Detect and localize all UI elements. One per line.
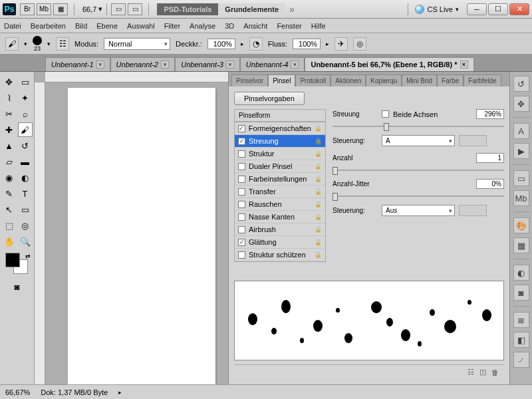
- zoom-level[interactable]: 66,7: [82, 5, 96, 13]
- close-icon[interactable]: ×: [226, 61, 234, 68]
- menu-datei[interactable]: Datei: [4, 22, 21, 30]
- lock-icon[interactable]: 🔒: [315, 226, 322, 233]
- shape-tool[interactable]: ▭: [18, 202, 33, 217]
- dock-folder-icon[interactable]: ▭: [513, 170, 529, 186]
- close-icon[interactable]: ×: [291, 61, 299, 68]
- checkbox[interactable]: [238, 251, 245, 259]
- lock-icon[interactable]: 🔒: [315, 176, 322, 182]
- brush-panel-toggle[interactable]: ☷: [56, 37, 69, 51]
- streuung-value[interactable]: 296%: [476, 109, 504, 119]
- workspace-chevron-icon[interactable]: »: [289, 4, 295, 15]
- swap-colors-icon[interactable]: ⇄: [25, 253, 31, 259]
- dock-adjust2-icon[interactable]: ◐: [513, 265, 529, 281]
- lock-icon[interactable]: 🔒: [315, 201, 322, 207]
- checkbox[interactable]: [238, 226, 245, 233]
- view-extras-button[interactable]: ▭: [111, 3, 126, 15]
- panel-tab-farbfelde[interactable]: Farbfelde: [464, 74, 501, 86]
- lock-icon[interactable]: 🔒: [315, 163, 322, 170]
- lock-icon[interactable]: 🔒: [315, 125, 322, 132]
- brush-option-item[interactable]: Farbeinstellungen🔒: [235, 173, 325, 186]
- lock-icon[interactable]: 🔒: [315, 138, 322, 144]
- brush-option-item[interactable]: Formeigenschaften🔒: [235, 122, 325, 135]
- color-swatches[interactable]: ⇄: [3, 253, 32, 278]
- wand-tool[interactable]: ✦: [18, 90, 33, 105]
- dock-swatches-icon[interactable]: 🎨: [513, 217, 529, 233]
- zoom-tool[interactable]: 🔍: [18, 234, 33, 249]
- doc-tab-active[interactable]: Unbenannt-5 bei 66,7% (Ebene 1, RGB/8) *…: [305, 57, 473, 71]
- panel-tab-kopierqu[interactable]: Kopierqu: [366, 74, 402, 86]
- menu-bearbeiten[interactable]: Bearbeiten: [31, 22, 66, 30]
- panel-tab-farbe[interactable]: Farbe: [437, 74, 464, 86]
- cslive-label[interactable]: CS Live: [427, 5, 453, 13]
- lock-icon[interactable]: 🔒: [315, 251, 322, 258]
- dock-adjustments-icon[interactable]: ✥: [513, 96, 529, 112]
- dock-paths-icon[interactable]: ⟋: [513, 352, 529, 368]
- screen-mode-button[interactable]: ▭: [128, 3, 142, 15]
- heal-tool[interactable]: ✚: [2, 122, 17, 137]
- grid-button[interactable]: ▦: [53, 3, 68, 15]
- modus-dropdown[interactable]: Normal: [104, 38, 170, 50]
- jitter-slider[interactable]: [332, 192, 504, 201]
- lock-icon[interactable]: 🔒: [315, 188, 322, 195]
- brush-option-item[interactable]: Streuung🔒: [235, 135, 325, 148]
- stamp-tool[interactable]: ▲: [2, 138, 17, 153]
- path-tool[interactable]: ↖: [2, 202, 17, 217]
- brush-tool[interactable]: 🖌: [18, 122, 33, 137]
- jitter-value[interactable]: 0%: [476, 179, 504, 189]
- menu-analyse[interactable]: Analyse: [190, 22, 215, 30]
- checkbox[interactable]: [238, 138, 245, 145]
- panel-tab-minibrid[interactable]: Mini Brid: [402, 74, 437, 86]
- dock-layers-icon[interactable]: ≣: [513, 312, 529, 328]
- checkbox[interactable]: [238, 150, 245, 158]
- menu-filter[interactable]: Filter: [164, 22, 180, 30]
- menu-hilfe[interactable]: Hilfe: [311, 22, 326, 30]
- hand-tool[interactable]: ✋: [2, 234, 17, 249]
- dodge-tool[interactable]: ◐: [18, 170, 33, 185]
- pen-tool[interactable]: ✎: [2, 186, 17, 201]
- doc-tab-4[interactable]: Unbenannt-4×: [240, 57, 305, 71]
- lock-icon[interactable]: 🔒: [315, 150, 322, 157]
- lock-icon[interactable]: 🔒: [315, 239, 322, 245]
- lasso-tool[interactable]: ⌇: [2, 90, 17, 105]
- steuerung2-dropdown[interactable]: Aus: [382, 205, 455, 216]
- checkbox[interactable]: [238, 239, 245, 246]
- panel-menu-icon[interactable]: ☷: [467, 368, 474, 376]
- maximize-button[interactable]: ☐: [488, 3, 508, 15]
- menu-ebene[interactable]: Ebene: [96, 22, 118, 30]
- panel-tab-pinsel[interactable]: Pinsel: [268, 74, 295, 86]
- opacity-pressure-icon[interactable]: ◔: [249, 37, 263, 51]
- preset-button[interactable]: Pinselvorgaben: [234, 92, 305, 105]
- 3d-tool[interactable]: ⬚: [2, 218, 17, 233]
- bridge-button[interactable]: Br: [20, 3, 35, 15]
- steuerung1-dropdown[interactable]: A: [382, 135, 455, 146]
- checkbox[interactable]: [238, 201, 245, 208]
- fluss-input[interactable]: 100%: [293, 39, 321, 49]
- brush-option-item[interactable]: Transfer🔒: [235, 186, 325, 198]
- 3d-camera-tool[interactable]: ◎: [18, 218, 33, 233]
- new-preset-icon[interactable]: ◫: [479, 368, 486, 376]
- panel-tab-aktionen[interactable]: Aktionen: [331, 74, 366, 86]
- doc-tab-3[interactable]: Unbenannt-3×: [175, 57, 240, 71]
- dock-history-icon[interactable]: ↺: [513, 76, 529, 92]
- checkbox[interactable]: [238, 213, 245, 221]
- close-button[interactable]: ✕: [509, 3, 529, 15]
- trash-icon[interactable]: 🗑: [491, 368, 499, 376]
- status-doc[interactable]: Dok: 1,37 MB/0 Byte: [41, 388, 108, 396]
- minimize-button[interactable]: ─: [467, 3, 487, 15]
- dock-channels-icon[interactable]: ◧: [513, 332, 529, 348]
- brush-option-item[interactable]: Struktur🔒: [235, 148, 325, 160]
- lock-icon[interactable]: 🔒: [315, 213, 322, 220]
- minibridge-button[interactable]: Mb: [37, 3, 51, 15]
- checkbox[interactable]: [238, 125, 245, 132]
- airbrush-icon[interactable]: ✈: [334, 37, 348, 51]
- doc-tab-1[interactable]: Unbenannt-1×: [45, 57, 110, 71]
- streuung-slider[interactable]: [332, 122, 504, 131]
- menu-ansicht[interactable]: Ansicht: [243, 22, 267, 30]
- close-icon[interactable]: ×: [460, 61, 468, 68]
- brush-option-item[interactable]: Struktur schützen🔒: [235, 249, 325, 261]
- brush-option-item[interactable]: Dualer Pinsel🔒: [235, 160, 325, 173]
- deckkr-input[interactable]: 100%: [207, 39, 235, 49]
- close-icon[interactable]: ×: [161, 61, 169, 68]
- beide-achsen-checkbox[interactable]: [382, 110, 389, 118]
- gradient-tool[interactable]: ▬: [18, 154, 33, 169]
